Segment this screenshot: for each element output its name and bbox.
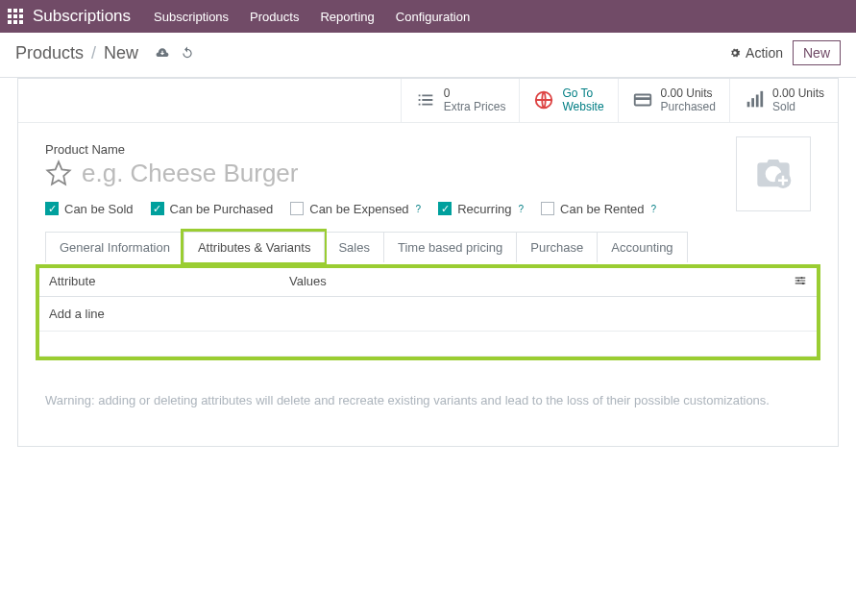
add-a-line[interactable]: Add a line: [39, 297, 817, 332]
action-dropdown[interactable]: Action: [728, 45, 783, 61]
tab-accounting[interactable]: Accounting: [597, 232, 687, 262]
product-options: Can be Sold Can be Purchased Can be Expe…: [45, 202, 811, 216]
svg-rect-6: [760, 91, 763, 108]
action-label: Action: [746, 45, 783, 61]
top-menu: Subscriptions Products Reporting Configu…: [154, 10, 470, 24]
svg-point-10: [802, 283, 804, 284]
tab-purchase[interactable]: Purchase: [516, 232, 598, 262]
camera-plus-icon: [754, 155, 793, 193]
form-sheet: 0Extra Prices Go ToWebsite 0.00 UnitsPur…: [17, 78, 839, 447]
tab-general-information[interactable]: General Information: [45, 232, 184, 262]
opt-can-be-rented[interactable]: Can be Rented?: [541, 202, 656, 216]
product-name-label: Product Name: [45, 142, 811, 157]
svg-rect-4: [751, 99, 754, 108]
svg-point-8: [801, 277, 803, 279]
opt-can-be-purchased[interactable]: Can be Purchased: [151, 202, 274, 216]
notebook-tabs: General Information Attributes & Variant…: [45, 232, 811, 262]
discard-icon[interactable]: [181, 46, 194, 60]
svg-point-9: [797, 280, 799, 282]
svg-rect-5: [756, 95, 759, 108]
checkbox-icon: [151, 202, 164, 215]
stat-go-to-website[interactable]: Go ToWebsite: [519, 79, 617, 122]
globe-icon: [533, 89, 554, 111]
product-image-upload[interactable]: [736, 136, 811, 211]
control-panel: Products / New Action New: [0, 33, 856, 78]
checkbox-icon: [438, 202, 452, 215]
top-navbar: Subscriptions Subscriptions Products Rep…: [0, 0, 856, 33]
cloud-upload-icon[interactable]: [156, 46, 169, 60]
checkbox-icon: [290, 202, 304, 215]
checkbox-icon: [541, 202, 554, 215]
col-header-attribute: Attribute: [49, 274, 289, 290]
opt-can-be-expensed[interactable]: Can be Expensed?: [290, 202, 421, 216]
col-header-values: Values: [289, 274, 784, 290]
stat-purchased[interactable]: 0.00 UnitsPurchased: [618, 79, 729, 122]
opt-can-be-sold[interactable]: Can be Sold: [45, 202, 134, 216]
menu-products[interactable]: Products: [250, 10, 299, 24]
apps-grid-icon[interactable]: [8, 9, 23, 24]
favorite-star-icon[interactable]: [45, 160, 72, 186]
tab-sales[interactable]: Sales: [324, 232, 384, 262]
menu-configuration[interactable]: Configuration: [396, 10, 470, 24]
menu-subscriptions[interactable]: Subscriptions: [154, 10, 229, 24]
svg-rect-3: [747, 102, 750, 108]
product-name-input[interactable]: [82, 159, 562, 188]
breadcrumb-separator: /: [91, 43, 96, 63]
menu-reporting[interactable]: Reporting: [320, 10, 374, 24]
breadcrumb-current: New: [104, 43, 138, 63]
warning-text: Warning: adding or deleting attributes w…: [18, 370, 838, 446]
attributes-tab-content: Attribute Values Add a line: [36, 264, 820, 360]
app-title: Subscriptions: [33, 7, 131, 26]
stat-extra-prices[interactable]: 0Extra Prices: [401, 79, 520, 122]
stat-sold[interactable]: 0.00 UnitsSold: [729, 79, 838, 122]
empty-row: [39, 332, 817, 357]
sliders-icon: [794, 274, 807, 287]
gear-icon: [728, 46, 742, 60]
opt-recurring[interactable]: Recurring?: [438, 202, 524, 216]
optional-columns-toggle[interactable]: [784, 274, 807, 290]
tab-attributes-variants[interactable]: Attributes & Variants: [183, 232, 326, 262]
checkbox-icon: [45, 202, 59, 215]
tab-time-based-pricing[interactable]: Time based pricing: [383, 232, 517, 262]
svg-rect-2: [634, 98, 650, 101]
credit-card-icon: [632, 89, 653, 111]
stat-buttons-row: 0Extra Prices Go ToWebsite 0.00 UnitsPur…: [18, 79, 838, 123]
list-icon: [415, 89, 436, 111]
new-button[interactable]: New: [793, 40, 841, 65]
bars-icon: [744, 89, 765, 111]
breadcrumb-parent[interactable]: Products: [15, 43, 84, 63]
breadcrumb: Products / New: [15, 43, 194, 63]
